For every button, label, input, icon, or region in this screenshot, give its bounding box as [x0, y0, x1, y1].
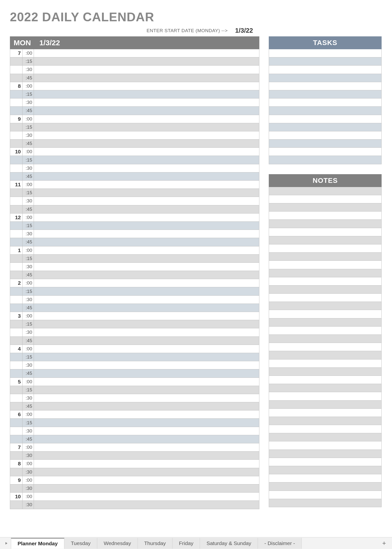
- note-row[interactable]: [269, 491, 382, 499]
- add-sheet-button[interactable]: +: [379, 539, 389, 547]
- entry-cell[interactable]: [34, 107, 259, 115]
- note-row[interactable]: [269, 187, 382, 195]
- note-row[interactable]: [269, 466, 382, 474]
- entry-cell[interactable]: [34, 312, 259, 320]
- note-row[interactable]: [269, 310, 382, 318]
- entry-cell[interactable]: [34, 427, 259, 435]
- note-row[interactable]: [269, 474, 382, 482]
- note-row[interactable]: [269, 441, 382, 450]
- note-row[interactable]: [269, 277, 382, 286]
- entry-cell[interactable]: [34, 304, 259, 312]
- entry-cell[interactable]: [34, 214, 259, 221]
- entry-cell[interactable]: [34, 189, 259, 197]
- sheet-tab[interactable]: Saturday & Sunday: [200, 538, 258, 549]
- entry-cell[interactable]: [34, 378, 259, 386]
- note-row[interactable]: [269, 458, 382, 466]
- entry-cell[interactable]: [34, 222, 259, 230]
- entry-cell[interactable]: [34, 337, 259, 345]
- entry-cell[interactable]: [34, 320, 259, 328]
- entry-cell[interactable]: [34, 493, 259, 501]
- note-row[interactable]: [269, 433, 382, 441]
- sheet-tab[interactable]: Wednesday: [97, 538, 138, 549]
- note-row[interactable]: [269, 376, 382, 384]
- entry-cell[interactable]: [34, 148, 259, 156]
- entry-cell[interactable]: [34, 197, 259, 205]
- note-row[interactable]: [269, 409, 382, 417]
- note-row[interactable]: [269, 401, 382, 409]
- task-row[interactable]: [269, 131, 382, 140]
- note-row[interactable]: [269, 499, 382, 507]
- entry-cell[interactable]: [34, 263, 259, 271]
- note-row[interactable]: [269, 212, 382, 220]
- entry-cell[interactable]: [34, 386, 259, 394]
- entry-cell[interactable]: [34, 115, 259, 123]
- note-row[interactable]: [269, 244, 382, 253]
- entry-cell[interactable]: [34, 410, 259, 418]
- note-row[interactable]: [269, 343, 382, 351]
- note-row[interactable]: [269, 236, 382, 244]
- entry-cell[interactable]: [34, 296, 259, 304]
- entry-cell[interactable]: [34, 460, 259, 468]
- tab-nav-prev[interactable]: [2, 537, 11, 549]
- note-row[interactable]: [269, 392, 382, 400]
- entry-cell[interactable]: [34, 66, 259, 73]
- sheet-tab[interactable]: - Disclaimer -: [258, 538, 302, 549]
- sheet-tab[interactable]: Tuesday: [64, 538, 97, 549]
- entry-cell[interactable]: [34, 501, 259, 509]
- task-row[interactable]: [269, 49, 382, 57]
- task-row[interactable]: [269, 140, 382, 148]
- note-row[interactable]: [269, 351, 382, 359]
- entry-cell[interactable]: [34, 131, 259, 139]
- task-row[interactable]: [269, 156, 382, 164]
- entry-cell[interactable]: [34, 172, 259, 180]
- entry-cell[interactable]: [34, 205, 259, 213]
- entry-cell[interactable]: [34, 443, 259, 451]
- task-row[interactable]: [269, 148, 382, 156]
- note-row[interactable]: [269, 261, 382, 269]
- entry-cell[interactable]: [34, 123, 259, 131]
- entry-cell[interactable]: [34, 140, 259, 147]
- sheet-tab[interactable]: Thursday: [138, 538, 173, 549]
- task-row[interactable]: [269, 123, 382, 131]
- entry-cell[interactable]: [34, 394, 259, 402]
- note-row[interactable]: [269, 335, 382, 343]
- entry-cell[interactable]: [34, 402, 259, 410]
- note-row[interactable]: [269, 450, 382, 458]
- entry-cell[interactable]: [34, 369, 259, 377]
- note-row[interactable]: [269, 417, 382, 425]
- note-row[interactable]: [269, 253, 382, 261]
- note-row[interactable]: [269, 220, 382, 228]
- task-row[interactable]: [269, 74, 382, 82]
- entry-cell[interactable]: [34, 49, 259, 57]
- task-row[interactable]: [269, 115, 382, 123]
- task-row[interactable]: [269, 66, 382, 74]
- note-row[interactable]: [269, 327, 382, 335]
- entry-cell[interactable]: [34, 238, 259, 246]
- entry-cell[interactable]: [34, 156, 259, 164]
- task-row[interactable]: [269, 57, 382, 66]
- note-row[interactable]: [269, 286, 382, 294]
- entry-cell[interactable]: [34, 419, 259, 427]
- sheet-tab[interactable]: Friday: [172, 538, 200, 549]
- entry-cell[interactable]: [34, 484, 259, 492]
- entry-cell[interactable]: [34, 353, 259, 361]
- note-row[interactable]: [269, 425, 382, 433]
- entry-cell[interactable]: [34, 246, 259, 254]
- note-row[interactable]: [269, 203, 382, 212]
- entry-cell[interactable]: [34, 181, 259, 189]
- task-row[interactable]: [269, 90, 382, 98]
- start-date-value[interactable]: 1/3/22: [235, 27, 265, 34]
- entry-cell[interactable]: [34, 98, 259, 106]
- entry-cell[interactable]: [34, 164, 259, 172]
- task-row[interactable]: [269, 98, 382, 107]
- entry-cell[interactable]: [34, 279, 259, 287]
- note-row[interactable]: [269, 482, 382, 491]
- entry-cell[interactable]: [34, 468, 259, 476]
- entry-cell[interactable]: [34, 328, 259, 336]
- entry-cell[interactable]: [34, 435, 259, 443]
- entry-cell[interactable]: [34, 271, 259, 279]
- sheet-tab[interactable]: Planner Monday: [11, 538, 64, 549]
- note-row[interactable]: [269, 384, 382, 392]
- entry-cell[interactable]: [34, 476, 259, 484]
- note-row[interactable]: [269, 302, 382, 310]
